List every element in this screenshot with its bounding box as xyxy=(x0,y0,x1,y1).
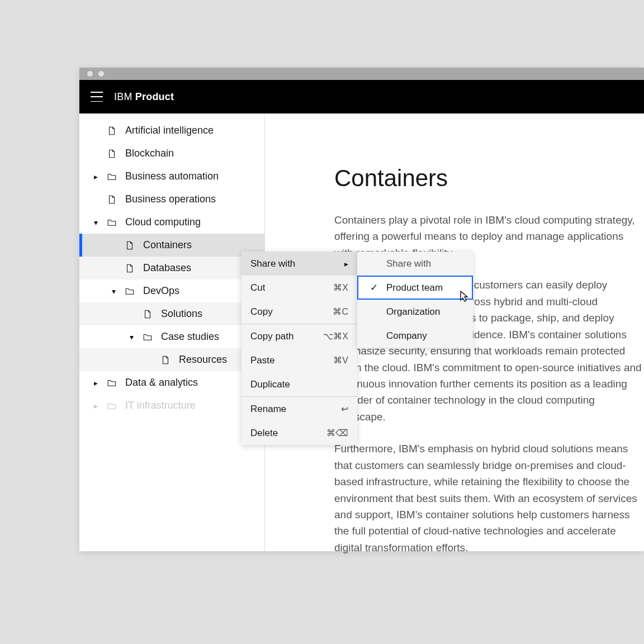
sidebar-item-label: Blockchain xyxy=(125,148,174,159)
folder-icon xyxy=(106,217,117,228)
menu-item-duplicate[interactable]: Duplicate xyxy=(242,372,357,396)
body-paragraph-2: Furthermore, IBM's emphasis on hybrid cl… xyxy=(334,441,644,556)
check-icon: ✓ xyxy=(370,282,378,293)
sidebar-item-data-analytics[interactable]: ▸Data & analytics xyxy=(79,371,264,394)
sidebar-item-label: Solutions xyxy=(161,308,202,320)
brand-label: IBM Product xyxy=(114,91,174,103)
menu-item-label: Copy path xyxy=(250,331,294,342)
folder-icon xyxy=(106,400,117,411)
context-menu[interactable]: Share with▸Cut⌘XCopy⌘CCopy path⌥⌘XPaste⌘… xyxy=(242,252,357,445)
document-icon xyxy=(106,148,117,159)
sidebar-item-databases[interactable]: Databases xyxy=(79,257,264,280)
chevron-right-icon: ▸ xyxy=(344,259,348,268)
menu-item-label: Duplicate xyxy=(250,379,290,390)
document-icon xyxy=(124,263,135,274)
document-icon xyxy=(124,240,135,251)
folder-icon xyxy=(142,332,153,343)
menu-icon[interactable] xyxy=(91,92,103,102)
menu-item-label: Cut xyxy=(250,282,265,293)
menu-item-share-with[interactable]: Share with▸ xyxy=(242,252,357,276)
menu-shortcut: ⌘X xyxy=(333,282,348,293)
sidebar-item-devops[interactable]: ▾DevOps xyxy=(79,280,264,302)
submenu-title: Share with xyxy=(357,252,473,276)
page-title: Containers xyxy=(334,165,644,192)
sidebar-item-solutions[interactable]: Solutions xyxy=(79,302,264,325)
menu-item-label: Delete xyxy=(250,428,278,439)
menu-shortcut: ⌥⌘X xyxy=(323,331,348,342)
sidebar-item-it-infrastructure: ▸IT infrastructure xyxy=(79,394,264,417)
sidebar-item-label: Business automation xyxy=(125,171,219,182)
sidebar-item-label: IT infrastructure xyxy=(125,400,196,411)
document-icon xyxy=(142,309,153,320)
sidebar-item-label: Cloud computing xyxy=(125,216,201,228)
sidebar-item-case-studies[interactable]: ▾Case studies xyxy=(79,325,264,348)
app-header: IBM Product xyxy=(79,80,644,113)
brand-bold: Product xyxy=(135,91,174,102)
sidebar: Artificial intelligenceBlockchain▸Busine… xyxy=(79,113,265,551)
submenu-item-company[interactable]: Company xyxy=(357,324,473,348)
folder-icon xyxy=(124,286,135,297)
brand-light: IBM xyxy=(114,91,135,102)
sidebar-item-resources[interactable]: Resources xyxy=(79,348,264,371)
sidebar-item-label: Resources xyxy=(179,354,227,366)
chevron-right-icon: ▸ xyxy=(92,401,100,410)
menu-shortcut: ⌘V xyxy=(333,355,348,366)
menu-shortcut: ⌘C xyxy=(333,306,348,317)
submenu-item-product-team[interactable]: ✓Product team xyxy=(357,276,473,300)
menu-item-label: Copy xyxy=(250,306,273,318)
sidebar-item-label: Data & analytics xyxy=(125,377,198,389)
chevron-right-icon: ▸ xyxy=(92,172,100,181)
sidebar-item-cloud-computing[interactable]: ▾Cloud computing xyxy=(79,211,264,234)
window-control-close[interactable] xyxy=(87,71,93,77)
sidebar-item-artificial-intelligence[interactable]: Artificial intelligence xyxy=(79,119,264,142)
sidebar-item-label: Case studies xyxy=(161,331,219,343)
sidebar-item-label: Artificial intelligence xyxy=(125,125,214,136)
menu-item-copy-path[interactable]: Copy path⌥⌘X xyxy=(242,324,357,348)
sidebar-item-label: Containers xyxy=(143,239,192,251)
menu-item-paste[interactable]: Paste⌘V xyxy=(242,348,357,372)
chevron-right-icon: ▸ xyxy=(92,378,100,387)
menu-item-copy[interactable]: Copy⌘C xyxy=(242,300,357,324)
menu-item-label: Share with xyxy=(250,258,295,269)
menu-item-rename[interactable]: Rename↩ xyxy=(242,397,357,421)
window-titlebar xyxy=(79,68,644,80)
menu-item-label: Rename xyxy=(250,404,286,415)
sidebar-item-business-automation[interactable]: ▸Business automation xyxy=(79,165,264,188)
menu-shortcut: ⌘⌫ xyxy=(326,428,348,438)
submenu-item-label: Company xyxy=(386,330,427,342)
submenu-item-label: Product team xyxy=(386,282,443,293)
share-submenu[interactable]: Share with✓Product teamOrganizationCompa… xyxy=(357,252,473,348)
menu-item-delete[interactable]: Delete⌘⌫ xyxy=(242,421,357,445)
menu-shortcut: ↩ xyxy=(341,404,348,414)
submenu-item-label: Organization xyxy=(386,306,440,318)
chevron-down-icon: ▾ xyxy=(127,333,135,342)
sidebar-item-label: Business operations xyxy=(125,193,216,205)
menu-item-label: Paste xyxy=(250,355,274,366)
menu-item-cut[interactable]: Cut⌘X xyxy=(242,276,357,300)
submenu-item-organization[interactable]: Organization xyxy=(357,300,473,324)
sidebar-item-label: DevOps xyxy=(143,285,179,297)
sidebar-item-business-operations[interactable]: Business operations xyxy=(79,188,264,211)
chevron-down-icon: ▾ xyxy=(92,218,100,227)
document-icon xyxy=(160,354,171,366)
sidebar-item-containers[interactable]: Containers xyxy=(79,234,264,257)
window-control-minimize[interactable] xyxy=(98,71,104,77)
document-icon xyxy=(106,125,117,136)
chevron-down-icon: ▾ xyxy=(110,287,117,296)
document-icon xyxy=(106,194,117,205)
folder-icon xyxy=(106,171,117,182)
folder-icon xyxy=(106,377,117,389)
sidebar-item-blockchain[interactable]: Blockchain xyxy=(79,142,264,165)
sidebar-item-label: Databases xyxy=(143,262,191,274)
